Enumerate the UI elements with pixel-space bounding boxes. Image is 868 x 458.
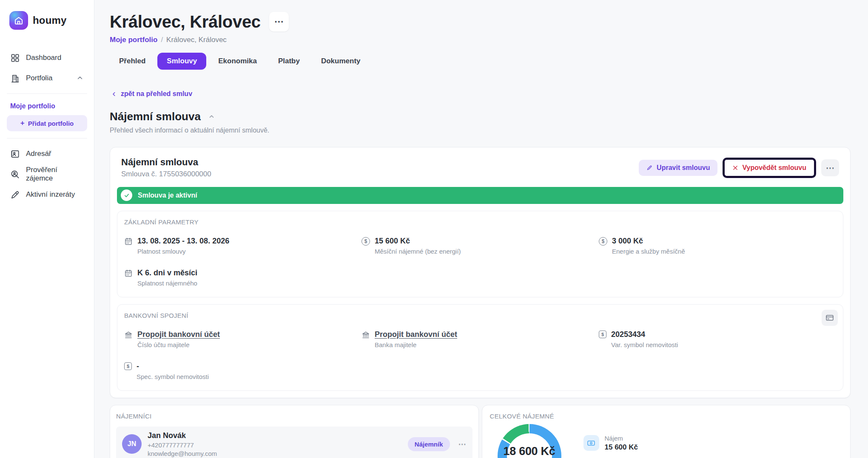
page-title: Královec, Královec [110, 12, 261, 31]
param-platnost: 13. 08. 2025 - 13. 08. 2026 Platnost sml… [124, 237, 361, 255]
rent-donut-chart: 18 600 Kč měsíčně [498, 424, 561, 458]
breadcrumb-link-portfolio[interactable]: Moje portfolio [110, 36, 157, 44]
terminate-contract-button[interactable]: Vypovědět smlouvu [725, 160, 814, 176]
tab-platby[interactable]: Platby [269, 53, 309, 70]
dashboard-icon [10, 53, 20, 63]
houmy-logo[interactable]: houmy [7, 11, 87, 30]
bank-item-label: Banka majitele [375, 341, 457, 348]
bank-panel: BANKOVNÍ SPOJENÍ Propojit bankovní účet … [117, 304, 843, 391]
param-label: Platnost smlouvy [137, 248, 229, 255]
sidebar-item-aktivni-inzeraty[interactable]: Aktivní inzeráty [7, 184, 87, 205]
pen-icon [10, 190, 20, 200]
terminate-contract-label: Vypovědět smlouvu [742, 164, 806, 171]
tenants-card: NÁJEMNÍCI JN Jan Novák +420777777777 kno… [110, 405, 479, 458]
breadcrumb: Moje portfolio / Královec, Královec [110, 36, 851, 44]
contact-card-icon [10, 149, 20, 159]
basic-parameters-label: ZÁKLADNÍ PARAMETRY [124, 218, 836, 226]
back-link[interactable]: zpět na přehled smluv [110, 90, 192, 98]
page-more-button[interactable]: ⋯ [269, 12, 289, 31]
param-value: K 6. dni v měsíci [137, 269, 197, 277]
param-splatnost: K 6. dni v měsíci Splatnost nájemného [124, 269, 361, 287]
tenant-email: knowledge@houmy.com [148, 450, 408, 457]
basic-parameters-panel: ZÁKLADNÍ PARAMETRY 13. 08. 2025 - 13. 08… [117, 211, 843, 297]
bank-item-spec-symbol: $ - Spec. symbol nemovitosti [124, 362, 361, 380]
calendar-icon [124, 269, 133, 277]
person-search-icon [10, 170, 20, 179]
chevron-left-icon [111, 91, 117, 97]
sidebar-item-label: Portfolia [26, 74, 52, 82]
edit-contract-button[interactable]: Upravit smlouvu [639, 160, 717, 176]
sidebar-item-moje-portfolio[interactable]: Moje portfolio [7, 99, 87, 115]
contract-title: Nájemní smlouva [121, 157, 211, 168]
status-text: Smlouva je aktivní [138, 192, 197, 199]
status-banner: Smlouva je aktivní [117, 187, 843, 204]
divider [7, 138, 87, 139]
tenant-role-badge: Nájemník [408, 437, 450, 451]
buildings-icon [10, 74, 20, 83]
money-circle-icon: $ [599, 237, 607, 246]
banknote-icon [583, 435, 599, 451]
money-square-icon: $ [124, 362, 132, 370]
tab-bar: Přehled Smlouvy Ekonomika Platby Dokumen… [110, 53, 851, 70]
sidebar-item-adresar[interactable]: Adresář [7, 144, 87, 164]
credit-card-icon [825, 314, 834, 322]
bank-icon [124, 331, 133, 339]
bank-item-label: Var. symbol nemovitosti [611, 341, 678, 348]
divider [7, 93, 87, 94]
sidebar-item-dashboard[interactable]: Dashboard [7, 48, 87, 68]
param-value: 3 000 Kč [612, 237, 685, 246]
tenant-more-button[interactable]: ⋯ [458, 440, 467, 448]
chevron-up-icon [76, 74, 84, 82]
tenant-name: Jan Novák [148, 431, 408, 440]
breadcrumb-separator: / [161, 36, 163, 44]
param-value: 15 600 Kč [375, 237, 461, 246]
pencil-icon [646, 164, 653, 171]
tenant-info: Jan Novák +420777777777 knowledge@houmy.… [148, 431, 408, 457]
section-collapse-button[interactable] [207, 112, 216, 122]
connect-bank-account-link[interactable]: Propojit bankovní účet [137, 330, 220, 339]
bank-item-cislo-uctu: Propojit bankovní účet Číslo účtu majite… [124, 330, 361, 348]
money-square-icon: $ [599, 331, 606, 338]
tenant-row[interactable]: JN Jan Novák +420777777777 knowledge@hou… [116, 427, 472, 458]
legend-label: Nájem [605, 435, 638, 442]
breadcrumb-current: Královec, Královec [166, 36, 227, 44]
bank-item-value: 20253434 [611, 330, 678, 339]
param-value: 13. 08. 2025 - 13. 08. 2026 [137, 237, 229, 246]
sidebar: houmy Dashboard Portfolia Moje portfolio… [0, 0, 94, 458]
bank-item-label: Spec. symbol nemovitosti [137, 373, 209, 380]
bank-item-banka: Propojit bankovní účet Banka majitele [361, 330, 599, 348]
x-icon [732, 165, 738, 171]
param-label: Energie a služby měsíčně [612, 248, 685, 255]
bank-item-var-symbol: $ 20253434 Var. symbol nemovitosti [599, 330, 836, 348]
sidebar-item-label: Adresář [26, 150, 51, 158]
logo-text: houmy [33, 14, 67, 26]
param-energie: $ 3 000 Kč Energie a služby měsíčně [599, 237, 836, 255]
contract-heading: Nájemní smlouva Smlouva č. 1755036000000 [121, 157, 211, 178]
tab-ekonomika[interactable]: Ekonomika [209, 53, 266, 70]
sidebar-nav: Dashboard Portfolia Moje portfolio + Při… [7, 48, 87, 205]
param-label: Měsíční nájemné (bez energií) [375, 248, 461, 255]
tab-dokumenty[interactable]: Dokumenty [312, 53, 370, 70]
sidebar-item-label: Aktivní inzeráty [26, 190, 75, 199]
contract-more-button[interactable]: ⋯ [821, 159, 839, 176]
bank-item-value: - [137, 362, 209, 371]
add-portfolio-button[interactable]: + Přidat portfolio [7, 115, 87, 131]
tab-prehled[interactable]: Přehled [110, 53, 155, 70]
bank-card-button[interactable] [822, 310, 838, 326]
terminate-highlight-box: Vypovědět smlouvu [723, 158, 816, 178]
bank-item-label: Číslo účtu majitele [137, 341, 220, 348]
total-rent-label: CELKOVÉ NÁJEMNÉ [490, 413, 843, 420]
donut-legend: Nájem 15 600 Kč Energie a služby 3 000 K… [583, 435, 652, 458]
sidebar-item-portfolia[interactable]: Portfolia [7, 68, 87, 88]
avatar: JN [122, 434, 142, 454]
sidebar-item-provereni-zajemce[interactable]: Prověření zájemce [7, 164, 87, 184]
contract-card: Nájemní smlouva Smlouva č. 1755036000000… [110, 147, 851, 398]
tenants-label: NÁJEMNÍCI [116, 413, 472, 420]
section-subtitle: Přehled všech informací o aktuální nájem… [110, 127, 851, 134]
connect-bank-account-link[interactable]: Propojit bankovní účet [375, 330, 457, 339]
plus-icon: + [20, 119, 25, 127]
tab-smlouvy[interactable]: Smlouvy [157, 53, 206, 70]
bank-panel-label: BANKOVNÍ SPOJENÍ [124, 312, 836, 319]
section-title: Nájemní smlouva [110, 110, 201, 123]
houmy-logo-icon [9, 11, 28, 30]
